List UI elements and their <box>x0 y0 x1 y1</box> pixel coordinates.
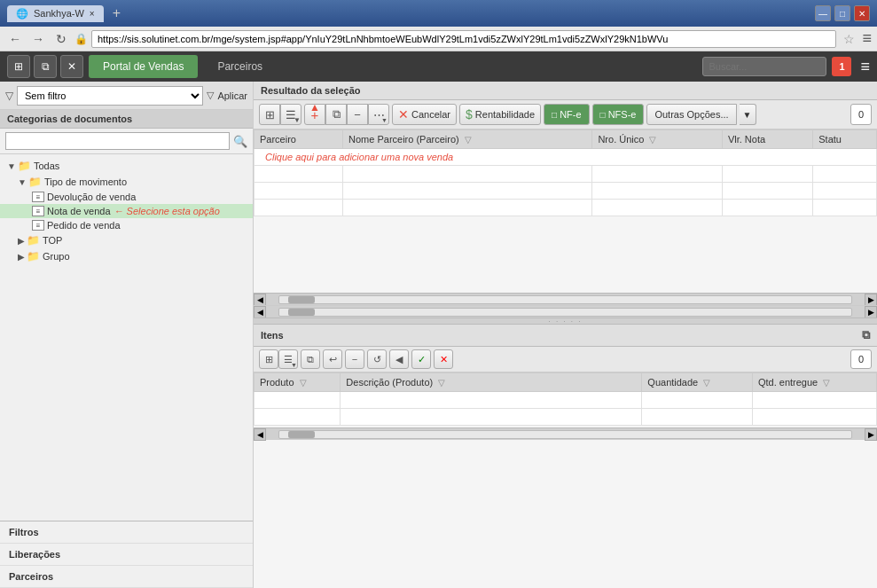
items-count-badge: 0 <box>850 349 872 369</box>
scroll-thumb2[interactable] <box>288 309 315 316</box>
items-copy-button[interactable]: ⧉ <box>301 349 320 369</box>
parceiros-tab[interactable]: Parceiros <box>203 55 277 78</box>
tree-item-grupo[interactable]: ▶ 📁 Grupo <box>0 248 253 264</box>
maximize-button[interactable]: □ <box>834 5 850 21</box>
sidebar-parceiros[interactable]: Parceiros <box>0 566 253 588</box>
outras-opcoes-button[interactable]: Outras Opções... <box>646 104 736 125</box>
tree-item-tipo-movimento[interactable]: ▼ 📁 Tipo de movimento <box>0 174 253 190</box>
resize-dots-icon: · · · · · <box>548 318 582 325</box>
tree-item-devolucao[interactable]: ≡ Devolução de venda <box>0 190 253 204</box>
items-scroll-right[interactable]: ▶ <box>865 428 877 441</box>
items-check-button[interactable]: ✓ <box>411 349 431 369</box>
result-table-scroll[interactable]: Parceiro Nome Parceiro (Parceiro) ▽ Nro.… <box>254 129 877 293</box>
items-list-button[interactable]: ☰▼ <box>278 349 298 369</box>
browser-bar: ← → ↻ 🔒 ☆ ≡ <box>0 27 877 51</box>
global-search-input[interactable] <box>702 57 826 76</box>
items-scroll-thumb[interactable] <box>288 431 315 438</box>
search-icon[interactable]: 🔍 <box>233 135 247 148</box>
filter-select[interactable]: Sem filtro <box>17 86 203 106</box>
items-scroll-track[interactable] <box>278 430 852 439</box>
items-maximize-button[interactable]: ⧉ <box>862 328 870 342</box>
tree-item-pedido[interactable]: ≡ Pedido de venda <box>0 218 253 232</box>
notification-badge[interactable]: 1 <box>832 57 851 76</box>
list-icon-button[interactable]: ☰ ▼ <box>280 104 301 125</box>
apply-filter-button[interactable]: Aplicar <box>217 90 247 101</box>
copy-icon-button[interactable]: ⧉ <box>34 55 57 78</box>
filter-qtd-icon[interactable]: ▽ <box>823 378 830 388</box>
items-scrollbar-h[interactable]: ◀ ▶ <box>254 427 877 440</box>
back-button[interactable]: ← <box>5 29 25 49</box>
items-empty-row-1 <box>254 392 877 409</box>
grid-icon-button[interactable]: ⊞ <box>259 104 280 125</box>
add-button[interactable]: + ▲ <box>304 104 325 125</box>
new-venda-link[interactable]: Clique aqui para adicionar uma nova vend… <box>260 148 458 166</box>
tab-close-button[interactable]: × <box>90 9 95 19</box>
items-nav-prev-button[interactable]: ◀ <box>389 349 409 369</box>
items-toolbar: ⊞ ☰▼ ⧉ ↩ − ↺ ◀ ✓ ✕ 0 <box>254 347 877 372</box>
doc-devolucao-icon: ≡ <box>32 192 44 202</box>
scroll-track2[interactable] <box>278 308 852 317</box>
sidebar-filtros[interactable]: Filtros <box>0 521 253 544</box>
more-button[interactable]: ⋯ ▼ <box>368 104 389 125</box>
folder-todas-icon: 📁 <box>18 160 31 172</box>
cancelar-button[interactable]: ✕ Cancelar <box>392 104 457 125</box>
items-header: Itens ⧉ <box>254 325 877 347</box>
refresh-button[interactable]: ↻ <box>51 29 71 49</box>
filter-bar: ▽ Sem filtro ▽ Aplicar <box>0 82 253 110</box>
browser-menu-button[interactable]: ≡ <box>862 29 872 48</box>
items-empty-row-2 <box>254 409 877 426</box>
result-table: Parceiro Nome Parceiro (Parceiro) ▽ Nro.… <box>254 129 877 216</box>
sidebar-liberacoes[interactable]: Liberações <box>0 544 253 566</box>
scroll-right2-arrow[interactable]: ▶ <box>865 306 877 318</box>
result-scrollbar-h2[interactable]: ◀ ▶ <box>254 305 877 318</box>
scroll-track[interactable] <box>278 295 852 304</box>
tree-item-todas[interactable]: ▼ 📁 Todas <box>0 158 253 174</box>
scroll-left2-arrow[interactable]: ◀ <box>254 306 266 318</box>
tree-item-top[interactable]: ▶ 📁 TOP <box>0 232 253 248</box>
nfse-button[interactable]: □ NFS-e <box>592 104 645 125</box>
tree-search: 🔍 <box>0 129 253 154</box>
address-bar[interactable] <box>91 30 836 48</box>
col-descricao: Descrição (Produto) ▽ <box>341 373 642 392</box>
empty-row-1 <box>254 166 877 183</box>
result-scrollbar-h[interactable]: ◀ ▶ <box>254 293 877 305</box>
new-venda-cell[interactable]: Clique aqui para adicionar uma nova vend… <box>254 149 877 166</box>
rentabilidade-button[interactable]: $ Rentabilidade <box>459 104 541 125</box>
scroll-thumb[interactable] <box>288 296 315 303</box>
close-button[interactable]: ✕ <box>854 5 870 21</box>
resize-handle[interactable]: · · · · · <box>254 318 877 325</box>
filter-descricao-icon[interactable]: ▽ <box>438 378 445 388</box>
home-icon-button[interactable]: ⊞ <box>7 55 30 78</box>
hamburger-menu-button[interactable]: ≡ <box>860 58 870 76</box>
nfe-button[interactable]: □ NF-e <box>544 104 590 125</box>
filter-nro-icon[interactable]: ▽ <box>649 135 656 145</box>
new-tab-button[interactable]: + <box>113 5 121 21</box>
bookmark-icon[interactable]: ☆ <box>843 32 855 46</box>
items-minus-button[interactable]: − <box>345 349 364 369</box>
minimize-button[interactable]: — <box>815 5 831 21</box>
items-scroll-left[interactable]: ◀ <box>254 428 266 441</box>
folder-tipo-icon: 📁 <box>28 176 42 188</box>
items-grid-button[interactable]: ⊞ <box>259 349 278 369</box>
tree-search-input[interactable] <box>5 132 230 150</box>
items-refresh-button[interactable]: ↺ <box>367 349 387 369</box>
close-icon-button[interactable]: ✕ <box>60 55 83 78</box>
copy-button[interactable]: ⧉ <box>325 104 347 125</box>
filter-produto-icon[interactable]: ▽ <box>300 378 307 388</box>
portal-vendas-tab[interactable]: Portal de Vendas <box>89 55 198 78</box>
items-cancel-button[interactable]: ✕ <box>434 349 453 369</box>
forward-button[interactable]: → <box>28 29 48 49</box>
filter-nome-icon[interactable]: ▽ <box>465 135 472 145</box>
tree-item-nota-venda[interactable]: ≡ Nota de venda ← Selecione esta opção <box>0 204 253 218</box>
items-table-scroll[interactable]: Produto ▽ Descrição (Produto) ▽ Quantida… <box>254 372 877 426</box>
scroll-right-arrow[interactable]: ▶ <box>865 294 877 306</box>
toolbar-icons: ⊞ ⧉ ✕ <box>7 55 83 78</box>
filter-quantidade-icon[interactable]: ▽ <box>703 378 710 388</box>
title-bar: 🌐 Sankhya-W × + — □ ✕ <box>0 0 877 27</box>
empty-row-3 <box>254 200 877 216</box>
scroll-left-arrow[interactable]: ◀ <box>254 294 266 306</box>
items-undo-button[interactable]: ↩ <box>323 349 342 369</box>
delete-button[interactable]: − <box>347 104 368 125</box>
outras-opcoes-arrow[interactable]: ▼ <box>740 104 756 125</box>
browser-tab[interactable]: 🌐 Sankhya-W × <box>7 5 104 22</box>
